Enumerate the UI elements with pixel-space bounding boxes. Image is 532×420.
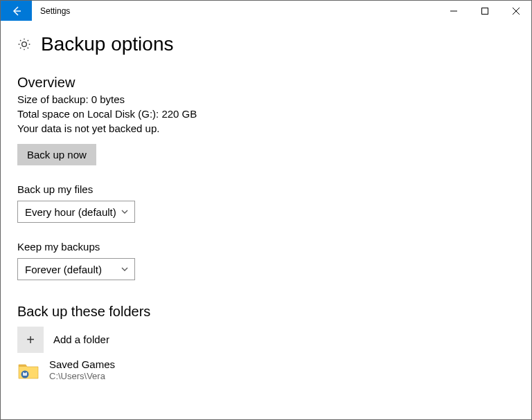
arrow-left-icon xyxy=(11,6,22,17)
folder-text: Saved Games C:\Users\Vera xyxy=(49,358,115,382)
plus-icon: + xyxy=(26,332,35,348)
back-button[interactable] xyxy=(1,1,32,21)
backup-frequency-value: Every hour (default) xyxy=(25,206,116,218)
minimize-button[interactable] xyxy=(438,1,469,21)
add-folder-row[interactable]: + Add a folder xyxy=(17,327,515,353)
backup-status-text: Your data is not yet backed up. xyxy=(17,122,515,134)
backup-retention-label: Keep my backups xyxy=(17,241,515,253)
close-button[interactable] xyxy=(500,1,531,21)
titlebar-drag-area[interactable] xyxy=(70,1,438,21)
maximize-button[interactable] xyxy=(469,1,500,21)
chevron-down-icon xyxy=(121,265,129,273)
content-area: Backup options Overview Size of backup: … xyxy=(1,21,531,419)
folder-path: C:\Users\Vera xyxy=(49,371,115,382)
backup-now-button[interactable]: Back up now xyxy=(17,144,96,165)
add-folder-tile[interactable]: + xyxy=(17,327,44,353)
add-folder-label: Add a folder xyxy=(53,334,109,346)
maximize-icon xyxy=(481,8,488,15)
folder-icon xyxy=(17,360,39,380)
folders-heading: Back up these folders xyxy=(17,304,515,320)
window-title: Settings xyxy=(32,1,70,21)
backup-retention-value: Forever (default) xyxy=(25,264,102,275)
window: Settings Backup options Overview Size of… xyxy=(0,0,532,420)
backup-retention-select[interactable]: Forever (default) xyxy=(17,258,135,280)
titlebar: Settings xyxy=(1,1,531,21)
gear-icon xyxy=(17,37,31,51)
page-header: Backup options xyxy=(17,33,515,55)
svg-point-7 xyxy=(24,371,26,373)
folder-name: Saved Games xyxy=(49,358,115,371)
window-controls xyxy=(438,1,531,21)
svg-rect-2 xyxy=(481,8,488,14)
backup-frequency-label: Back up my files xyxy=(17,183,515,195)
minimize-icon xyxy=(450,8,457,15)
disk-space-text: Total space on Local Disk (G:): 220 GB xyxy=(17,108,515,120)
overview-heading: Overview xyxy=(17,75,515,91)
page-title: Backup options xyxy=(41,33,173,55)
close-icon xyxy=(513,8,520,15)
backup-frequency-select[interactable]: Every hour (default) xyxy=(17,201,135,223)
backup-size-text: Size of backup: 0 bytes xyxy=(17,93,515,105)
folder-item[interactable]: Saved Games C:\Users\Vera xyxy=(17,358,515,382)
chevron-down-icon xyxy=(121,208,129,216)
